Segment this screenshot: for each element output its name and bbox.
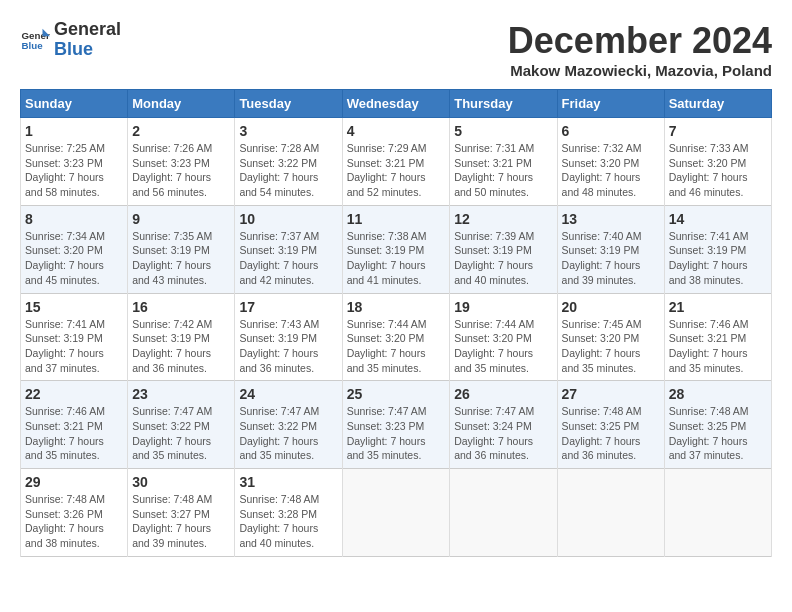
calendar-cell: 16Sunrise: 7:42 AMSunset: 3:19 PMDayligh… (128, 293, 235, 381)
header-sunday: Sunday (21, 90, 128, 118)
day-info: Sunrise: 7:38 AMSunset: 3:19 PMDaylight:… (347, 229, 446, 288)
header-thursday: Thursday (450, 90, 557, 118)
calendar-cell: 10Sunrise: 7:37 AMSunset: 3:19 PMDayligh… (235, 205, 342, 293)
day-info: Sunrise: 7:47 AMSunset: 3:22 PMDaylight:… (132, 404, 230, 463)
day-number: 11 (347, 211, 446, 227)
calendar-header: SundayMondayTuesdayWednesdayThursdayFrid… (21, 90, 772, 118)
calendar-cell: 1Sunrise: 7:25 AMSunset: 3:23 PMDaylight… (21, 118, 128, 206)
calendar-table: SundayMondayTuesdayWednesdayThursdayFrid… (20, 89, 772, 557)
logo: General Blue General Blue (20, 20, 121, 60)
header-row: SundayMondayTuesdayWednesdayThursdayFrid… (21, 90, 772, 118)
day-number: 7 (669, 123, 767, 139)
calendar-cell: 30Sunrise: 7:48 AMSunset: 3:27 PMDayligh… (128, 469, 235, 557)
calendar-cell (342, 469, 450, 557)
calendar-cell: 27Sunrise: 7:48 AMSunset: 3:25 PMDayligh… (557, 381, 664, 469)
day-number: 22 (25, 386, 123, 402)
calendar-cell: 19Sunrise: 7:44 AMSunset: 3:20 PMDayligh… (450, 293, 557, 381)
logo-general: General (54, 19, 121, 39)
day-info: Sunrise: 7:44 AMSunset: 3:20 PMDaylight:… (454, 317, 552, 376)
header-wednesday: Wednesday (342, 90, 450, 118)
day-number: 25 (347, 386, 446, 402)
day-info: Sunrise: 7:45 AMSunset: 3:20 PMDaylight:… (562, 317, 660, 376)
day-info: Sunrise: 7:34 AMSunset: 3:20 PMDaylight:… (25, 229, 123, 288)
day-info: Sunrise: 7:39 AMSunset: 3:19 PMDaylight:… (454, 229, 552, 288)
day-number: 15 (25, 299, 123, 315)
calendar-cell: 9Sunrise: 7:35 AMSunset: 3:19 PMDaylight… (128, 205, 235, 293)
calendar-cell: 17Sunrise: 7:43 AMSunset: 3:19 PMDayligh… (235, 293, 342, 381)
calendar-cell: 28Sunrise: 7:48 AMSunset: 3:25 PMDayligh… (664, 381, 771, 469)
calendar-cell: 3Sunrise: 7:28 AMSunset: 3:22 PMDaylight… (235, 118, 342, 206)
day-info: Sunrise: 7:28 AMSunset: 3:22 PMDaylight:… (239, 141, 337, 200)
day-info: Sunrise: 7:44 AMSunset: 3:20 PMDaylight:… (347, 317, 446, 376)
day-info: Sunrise: 7:47 AMSunset: 3:24 PMDaylight:… (454, 404, 552, 463)
svg-text:Blue: Blue (22, 40, 44, 51)
day-number: 4 (347, 123, 446, 139)
day-info: Sunrise: 7:48 AMSunset: 3:27 PMDaylight:… (132, 492, 230, 551)
day-number: 10 (239, 211, 337, 227)
calendar-cell: 4Sunrise: 7:29 AMSunset: 3:21 PMDaylight… (342, 118, 450, 206)
day-info: Sunrise: 7:25 AMSunset: 3:23 PMDaylight:… (25, 141, 123, 200)
day-number: 19 (454, 299, 552, 315)
header-friday: Friday (557, 90, 664, 118)
week-row-1: 1Sunrise: 7:25 AMSunset: 3:23 PMDaylight… (21, 118, 772, 206)
location-title: Makow Mazowiecki, Mazovia, Poland (508, 62, 772, 79)
calendar-cell: 23Sunrise: 7:47 AMSunset: 3:22 PMDayligh… (128, 381, 235, 469)
day-info: Sunrise: 7:46 AMSunset: 3:21 PMDaylight:… (25, 404, 123, 463)
calendar-cell (557, 469, 664, 557)
day-number: 17 (239, 299, 337, 315)
calendar-cell: 8Sunrise: 7:34 AMSunset: 3:20 PMDaylight… (21, 205, 128, 293)
week-row-2: 8Sunrise: 7:34 AMSunset: 3:20 PMDaylight… (21, 205, 772, 293)
header-tuesday: Tuesday (235, 90, 342, 118)
week-row-4: 22Sunrise: 7:46 AMSunset: 3:21 PMDayligh… (21, 381, 772, 469)
calendar-cell: 21Sunrise: 7:46 AMSunset: 3:21 PMDayligh… (664, 293, 771, 381)
logo-icon: General Blue (20, 25, 50, 55)
calendar-cell (664, 469, 771, 557)
calendar-cell: 12Sunrise: 7:39 AMSunset: 3:19 PMDayligh… (450, 205, 557, 293)
day-info: Sunrise: 7:46 AMSunset: 3:21 PMDaylight:… (669, 317, 767, 376)
day-number: 24 (239, 386, 337, 402)
day-number: 20 (562, 299, 660, 315)
day-info: Sunrise: 7:33 AMSunset: 3:20 PMDaylight:… (669, 141, 767, 200)
calendar-cell: 15Sunrise: 7:41 AMSunset: 3:19 PMDayligh… (21, 293, 128, 381)
day-number: 1 (25, 123, 123, 139)
title-block: December 2024 Makow Mazowiecki, Mazovia,… (508, 20, 772, 79)
calendar-body: 1Sunrise: 7:25 AMSunset: 3:23 PMDaylight… (21, 118, 772, 557)
day-info: Sunrise: 7:31 AMSunset: 3:21 PMDaylight:… (454, 141, 552, 200)
day-number: 30 (132, 474, 230, 490)
calendar-cell: 14Sunrise: 7:41 AMSunset: 3:19 PMDayligh… (664, 205, 771, 293)
calendar-cell: 25Sunrise: 7:47 AMSunset: 3:23 PMDayligh… (342, 381, 450, 469)
day-number: 18 (347, 299, 446, 315)
calendar-cell: 24Sunrise: 7:47 AMSunset: 3:22 PMDayligh… (235, 381, 342, 469)
month-title: December 2024 (508, 20, 772, 62)
day-number: 13 (562, 211, 660, 227)
calendar-cell: 6Sunrise: 7:32 AMSunset: 3:20 PMDaylight… (557, 118, 664, 206)
day-info: Sunrise: 7:32 AMSunset: 3:20 PMDaylight:… (562, 141, 660, 200)
day-info: Sunrise: 7:43 AMSunset: 3:19 PMDaylight:… (239, 317, 337, 376)
day-info: Sunrise: 7:29 AMSunset: 3:21 PMDaylight:… (347, 141, 446, 200)
day-info: Sunrise: 7:37 AMSunset: 3:19 PMDaylight:… (239, 229, 337, 288)
calendar-cell (450, 469, 557, 557)
day-number: 27 (562, 386, 660, 402)
day-number: 2 (132, 123, 230, 139)
calendar-cell: 26Sunrise: 7:47 AMSunset: 3:24 PMDayligh… (450, 381, 557, 469)
day-info: Sunrise: 7:48 AMSunset: 3:25 PMDaylight:… (562, 404, 660, 463)
day-number: 16 (132, 299, 230, 315)
day-number: 14 (669, 211, 767, 227)
calendar-cell: 31Sunrise: 7:48 AMSunset: 3:28 PMDayligh… (235, 469, 342, 557)
calendar-cell: 5Sunrise: 7:31 AMSunset: 3:21 PMDaylight… (450, 118, 557, 206)
calendar-cell: 22Sunrise: 7:46 AMSunset: 3:21 PMDayligh… (21, 381, 128, 469)
day-info: Sunrise: 7:41 AMSunset: 3:19 PMDaylight:… (669, 229, 767, 288)
logo-text: General Blue (54, 20, 121, 60)
day-number: 9 (132, 211, 230, 227)
calendar-cell: 13Sunrise: 7:40 AMSunset: 3:19 PMDayligh… (557, 205, 664, 293)
day-info: Sunrise: 7:26 AMSunset: 3:23 PMDaylight:… (132, 141, 230, 200)
day-number: 29 (25, 474, 123, 490)
logo-blue: Blue (54, 39, 93, 59)
day-info: Sunrise: 7:48 AMSunset: 3:26 PMDaylight:… (25, 492, 123, 551)
day-number: 3 (239, 123, 337, 139)
day-number: 12 (454, 211, 552, 227)
week-row-3: 15Sunrise: 7:41 AMSunset: 3:19 PMDayligh… (21, 293, 772, 381)
calendar-cell: 20Sunrise: 7:45 AMSunset: 3:20 PMDayligh… (557, 293, 664, 381)
day-info: Sunrise: 7:47 AMSunset: 3:23 PMDaylight:… (347, 404, 446, 463)
calendar-cell: 11Sunrise: 7:38 AMSunset: 3:19 PMDayligh… (342, 205, 450, 293)
